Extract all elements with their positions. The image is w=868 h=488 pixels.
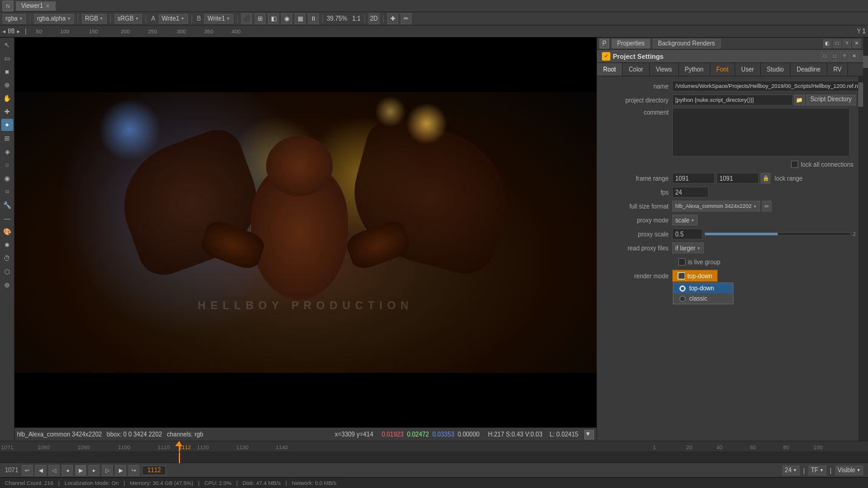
btn-rewind[interactable]: ↩ — [22, 465, 33, 476]
fps-value[interactable]: 24 — [672, 187, 709, 198]
current-frame-input[interactable]: 1112 — [142, 466, 166, 475]
script-dir-button[interactable]: Script Directory — [806, 95, 856, 105]
eye-icon[interactable]: ◉ — [1, 172, 13, 184]
fps-display[interactable]: 24 — [783, 466, 800, 475]
comment-textarea[interactable] — [672, 108, 850, 156]
scrollbar-thumb[interactable] — [858, 82, 863, 107]
alpha-dropdown[interactable]: rgba.alpha — [34, 14, 74, 24]
pan-icon[interactable]: ✋ — [1, 92, 13, 104]
write-a-dropdown[interactable]: Write1 — [159, 14, 188, 24]
hex-icon[interactable]: ⬡ — [1, 266, 13, 278]
2d-3d-toggle[interactable]: 2D — [369, 13, 379, 24]
nav-arrow-right[interactable]: ▸ — [17, 28, 20, 35]
tab-python[interactable]: Python — [679, 63, 710, 76]
title-ctrl-2[interactable]: □ — [830, 52, 839, 61]
proxy-scale-slider[interactable] — [704, 232, 851, 236]
diamond-icon[interactable]: ◈ — [1, 145, 13, 158]
colorspace-a-dropdown[interactable]: RGB — [82, 14, 107, 24]
zoom-fit-btn[interactable]: ⊞ — [255, 13, 265, 24]
properties-tab[interactable]: Properties — [612, 39, 650, 48]
project-dir-folder[interactable]: 📁 — [794, 95, 805, 105]
circle-icon[interactable]: ○ — [1, 159, 13, 171]
panel-ctrl-3[interactable]: ? — [843, 39, 851, 48]
project-dir-value[interactable]: [python {nuke.script_directory()}] — [672, 95, 793, 105]
plus-icon[interactable]: ✚ — [1, 105, 13, 118]
pointer-icon[interactable]: ↖ — [1, 39, 13, 51]
sparkle-icon[interactable]: ✸ — [1, 239, 13, 251]
panel-ctrl-2[interactable]: □ — [833, 39, 841, 48]
title-ctrl-1[interactable]: □ — [821, 52, 829, 61]
btn-prev-frame[interactable]: ◁ — [48, 465, 59, 476]
write-b-dropdown[interactable]: Write1 — [204, 14, 233, 24]
select-icon[interactable]: ▭ — [1, 52, 13, 64]
frame-range-end[interactable]: 1091 — [716, 173, 759, 184]
crosshair-btn[interactable]: ✚ — [387, 13, 398, 24]
tab-studio[interactable]: Studio — [761, 63, 790, 76]
viewer-tab-close[interactable]: ✕ — [45, 3, 50, 9]
channel-dropdown[interactable]: rgba — [2, 14, 26, 24]
btn-play[interactable]: ▶ — [75, 465, 86, 476]
brush-icon[interactable]: ■ — [1, 65, 13, 78]
btn-play-fwd[interactable]: ▸ — [88, 465, 99, 476]
exposure-btn[interactable]: ◧ — [268, 13, 279, 24]
grid-icon[interactable]: ⊞ — [1, 132, 13, 144]
more-icon[interactable]: ⊛ — [1, 279, 13, 291]
btn-next-frame[interactable]: ▷ — [102, 465, 113, 476]
node-icon[interactable]: ✦ — [1, 119, 13, 131]
proxy-mode-dropdown[interactable]: scale — [672, 215, 698, 226]
tab-deadline[interactable]: Deadline — [790, 63, 827, 76]
props-scrollbar[interactable] — [858, 76, 863, 441]
colorspace-b-dropdown[interactable]: sRGB — [115, 14, 142, 24]
background-renders-tab[interactable]: Background Renders — [653, 39, 721, 48]
pen-btn[interactable]: ✏ — [401, 13, 412, 24]
lock-connections-checkbox-group[interactable]: lock all connections — [791, 161, 853, 168]
btn-step-fwd[interactable]: ▶ — [115, 465, 126, 476]
menu-item-top-down[interactable]: top-down — [673, 283, 733, 293]
full-size-format-dropdown[interactable]: hlb_Alexa_common 3424x2202 — [672, 201, 760, 212]
right-panel-outer-scroll[interactable] — [863, 38, 868, 441]
btn-step-back[interactable]: ◀ — [35, 465, 46, 476]
title-ctrl-4[interactable]: ✕ — [850, 52, 858, 61]
tab-font[interactable]: Font — [710, 63, 735, 76]
tab-views[interactable]: Views — [650, 63, 679, 76]
read-proxy-dropdown[interactable]: if larger — [672, 242, 704, 253]
frame-range-start[interactable]: 1091 — [672, 173, 715, 184]
dropper-icon[interactable]: ⌗ — [1, 186, 13, 198]
proxy-scale-value[interactable]: 0.5 — [672, 229, 703, 239]
btn-end[interactable]: ↪ — [129, 465, 139, 476]
lock-connections-checkbox[interactable] — [791, 161, 798, 168]
menu-item-classic[interactable]: classic — [673, 293, 733, 304]
line-icon[interactable]: — — [1, 212, 13, 224]
title-ctrl-3[interactable]: ? — [840, 52, 849, 61]
visible-display[interactable]: Visible — [835, 466, 863, 475]
timer-icon[interactable]: ⏱ — [1, 252, 13, 264]
viewer-tab[interactable]: Viewer1 ✕ — [16, 1, 56, 11]
lut-btn[interactable]: ▦ — [295, 13, 305, 24]
viewer-options-btn[interactable]: ▼ — [584, 430, 594, 440]
panel-ctrl-1[interactable]: ◧ — [823, 39, 832, 48]
tf-display[interactable]: TF — [809, 466, 826, 475]
zoom-icon[interactable]: ⊕ — [1, 79, 13, 91]
tab-color[interactable]: Color — [623, 63, 650, 76]
nav-arrow-left[interactable]: ◂ — [2, 28, 5, 35]
render-mode-btn[interactable]: ⬛ top-down top-down — [672, 270, 718, 282]
tab-user[interactable]: User — [735, 63, 761, 76]
wrench-icon[interactable]: 🔧 — [1, 199, 13, 211]
pause-btn[interactable]: ⏸ — [308, 13, 319, 24]
paint-icon[interactable]: 🎨 — [1, 226, 13, 238]
panel-close[interactable]: ✕ — [852, 39, 861, 48]
viewer-canvas[interactable]: HELLBOY PRODUCTION — [15, 92, 596, 373]
tab-rv[interactable]: RV — [827, 63, 849, 76]
timeline-bar[interactable] — [0, 452, 868, 463]
outer-scroll-thumb[interactable] — [863, 56, 868, 68]
frame-range-lock[interactable]: 🔒 — [761, 173, 770, 184]
live-group-checkbox[interactable] — [678, 258, 686, 266]
format-edit-btn[interactable]: ✏ — [762, 201, 772, 212]
tab-root[interactable]: Root — [597, 63, 623, 76]
render-mode-menu[interactable]: top-down classic — [673, 282, 733, 304]
name-value[interactable]: /Volumes/WorkSpace/Projects/Hellboy_2019… — [672, 81, 858, 92]
gamma-btn[interactable]: ◉ — [281, 13, 292, 24]
color-picker-btn[interactable]: ⬛ — [241, 13, 252, 24]
btn-play-back[interactable]: ◂ — [62, 465, 73, 476]
live-group-checkbox-group[interactable]: is live group — [678, 258, 720, 266]
